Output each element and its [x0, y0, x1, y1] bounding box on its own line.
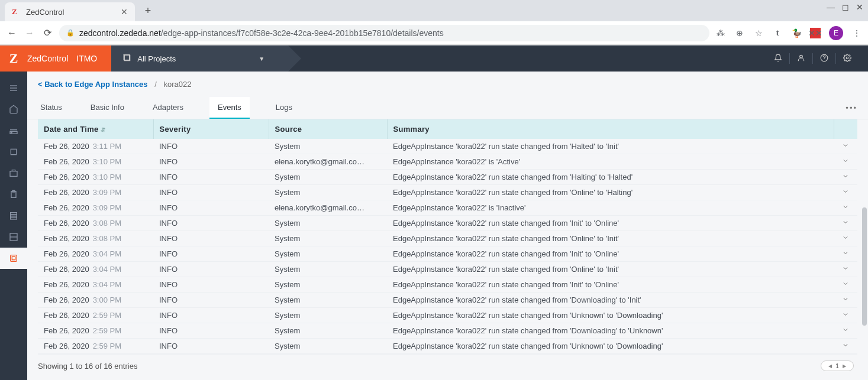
page-prev-icon[interactable]: ◀: [828, 363, 832, 369]
window-controls: — ◻ ✕: [827, 2, 863, 12]
nav-nodes-icon[interactable]: [0, 120, 27, 141]
nav-home-icon[interactable]: [0, 99, 27, 120]
expand-row-icon[interactable]: [834, 154, 857, 170]
table-row[interactable]: Feb 26, 20203:08 PMINFOSystemEdgeAppInst…: [38, 216, 857, 231]
settings-icon[interactable]: [836, 54, 859, 64]
breadcrumb: < Back to Edge App Instances / kora022: [27, 72, 868, 89]
table-row[interactable]: Feb 26, 20202:59 PMINFOSystemEdgeAppInst…: [38, 308, 857, 323]
expand-row-icon[interactable]: [834, 246, 857, 262]
table-row[interactable]: Feb 26, 20203:10 PMINFOelena.korytko@gma…: [38, 154, 857, 170]
expand-row-icon[interactable]: [834, 170, 857, 185]
projects-dropdown[interactable]: All Projects ▼: [111, 46, 288, 72]
zoom-icon[interactable]: ⊕: [734, 28, 745, 38]
maximize-icon[interactable]: ◻: [842, 2, 849, 12]
table-row[interactable]: Feb 26, 20203:04 PMINFOSystemEdgeAppInst…: [38, 277, 857, 293]
svg-rect-12: [10, 171, 17, 177]
cell-datetime: Feb 26, 20202:59 PM: [38, 308, 153, 323]
table-row[interactable]: Feb 26, 20203:00 PMINFOSystemEdgeAppInst…: [38, 293, 857, 308]
expand-row-icon[interactable]: [834, 200, 857, 216]
cell-datetime: Feb 26, 20203:00 PM: [38, 293, 153, 308]
nav-stack-icon[interactable]: [0, 226, 27, 248]
expand-row-icon[interactable]: [834, 293, 857, 308]
nav-box-icon[interactable]: [0, 141, 27, 163]
brand-name: ZedControl: [27, 54, 68, 63]
tab-logs[interactable]: Logs: [273, 97, 295, 119]
table-row[interactable]: Feb 26, 20202:59 PMINFOSystemEdgeAppInst…: [38, 339, 857, 354]
back-link[interactable]: < Back to Edge App Instances: [38, 80, 148, 89]
nav-briefcase-icon[interactable]: [0, 163, 27, 184]
cell-summary: EdgeAppInstance 'kora022' run state chan…: [387, 185, 834, 200]
minimize-icon[interactable]: —: [827, 2, 835, 12]
cell-severity: INFO: [153, 262, 269, 277]
cell-datetime: Feb 26, 20203:09 PM: [38, 200, 153, 216]
expand-row-icon[interactable]: [834, 231, 857, 246]
tab-status[interactable]: Status: [38, 97, 64, 119]
pagination[interactable]: ◀ 1 ▶: [821, 360, 854, 371]
cell-source: System: [269, 323, 387, 339]
nav-instances-icon[interactable]: [0, 248, 27, 269]
scrollbar-thumb[interactable]: [862, 207, 867, 326]
expand-row-icon[interactable]: [834, 185, 857, 200]
expand-row-icon[interactable]: [834, 216, 857, 231]
forward-button[interactable]: →: [24, 28, 36, 38]
reload-button[interactable]: ⟳: [41, 27, 53, 38]
close-window-icon[interactable]: ✕: [856, 2, 863, 12]
tab-adapters[interactable]: Adapters: [150, 97, 186, 119]
cell-summary: EdgeAppInstance 'kora022' is 'Inactive': [387, 200, 834, 216]
new-tab-button[interactable]: +: [140, 5, 156, 17]
expand-row-icon[interactable]: [834, 308, 857, 323]
col-header-severity[interactable]: Severity: [153, 119, 269, 139]
brand-block[interactable]: Z ZedControl ITMO: [0, 46, 111, 72]
page-next-icon[interactable]: ▶: [843, 363, 846, 369]
tab-basic-info[interactable]: Basic Info: [88, 97, 127, 119]
extension-t-icon[interactable]: t: [772, 28, 783, 38]
table-row[interactable]: Feb 26, 20202:59 PMINFOSystemEdgeAppInst…: [38, 323, 857, 339]
nav-layers-icon[interactable]: [0, 205, 27, 226]
expand-row-icon[interactable]: [834, 277, 857, 293]
table-row[interactable]: Feb 26, 20203:11 PMINFOSystemEdgeAppInst…: [38, 139, 857, 154]
app-body: < Back to Edge App Instances / kora022 S…: [0, 72, 868, 380]
lock-icon: 🔒: [66, 29, 75, 37]
expand-row-icon[interactable]: [834, 139, 857, 154]
table-row[interactable]: Feb 26, 20203:10 PMINFOSystemEdgeAppInst…: [38, 170, 857, 185]
table-row[interactable]: Feb 26, 20203:09 PMINFOSystemEdgeAppInst…: [38, 185, 857, 200]
browser-tab[interactable]: Z ZedControl ✕: [5, 2, 135, 21]
table-row[interactable]: Feb 26, 20203:04 PMINFOSystemEdgeAppInst…: [38, 246, 857, 262]
cell-datetime: Feb 26, 20203:09 PM: [38, 185, 153, 200]
extension-duck-icon[interactable]: 🦆: [791, 28, 802, 38]
col-header-source[interactable]: Source: [269, 119, 387, 139]
bookmark-icon[interactable]: ☆: [753, 28, 764, 38]
user-icon[interactable]: [790, 54, 812, 64]
back-button[interactable]: ←: [6, 28, 18, 38]
cell-severity: INFO: [153, 139, 269, 154]
expand-row-icon[interactable]: [834, 323, 857, 339]
nav-menu-icon[interactable]: [0, 77, 27, 99]
help-icon[interactable]: [813, 54, 835, 64]
expand-row-icon[interactable]: [834, 339, 857, 354]
cell-datetime: Feb 26, 20203:11 PM: [38, 139, 153, 154]
col-header-summary[interactable]: Summary: [387, 119, 834, 139]
profile-avatar[interactable]: E: [829, 26, 843, 40]
cell-datetime: Feb 26, 20202:59 PM: [38, 339, 153, 354]
close-tab-icon[interactable]: ✕: [121, 7, 128, 17]
cell-summary: EdgeAppInstance 'kora022' run state chan…: [387, 170, 834, 185]
address-bar[interactable]: 🔒 zedcontrol.zededa.net/edge-app-instanc…: [59, 25, 709, 41]
cell-summary: EdgeAppInstance 'kora022' run state chan…: [387, 139, 834, 154]
cell-severity: INFO: [153, 293, 269, 308]
table-row[interactable]: Feb 26, 20203:04 PMINFOSystemEdgeAppInst…: [38, 262, 857, 277]
col-header-datetime[interactable]: Date and Time: [38, 119, 153, 139]
notifications-icon[interactable]: [767, 54, 789, 64]
tab-events[interactable]: Events: [209, 97, 250, 119]
table-row[interactable]: Feb 26, 20203:09 PMINFOelena.korytko@gma…: [38, 200, 857, 216]
app-header: Z ZedControl ITMO All Projects ▼: [0, 46, 868, 72]
more-options-icon[interactable]: •••: [846, 103, 857, 112]
main-content: < Back to Edge App Instances / kora022 S…: [27, 72, 868, 380]
translate-icon[interactable]: ⁂: [715, 28, 726, 38]
extension-red-icon[interactable]: ✕✕: [810, 28, 821, 38]
brand-org: ITMO: [76, 54, 97, 63]
expand-row-icon[interactable]: [834, 262, 857, 277]
nav-clipboard-icon[interactable]: [0, 184, 27, 205]
header-icons: [767, 53, 868, 64]
table-row[interactable]: Feb 26, 20203:08 PMINFOSystemEdgeAppInst…: [38, 231, 857, 246]
browser-menu-icon[interactable]: ⋮: [851, 28, 862, 38]
